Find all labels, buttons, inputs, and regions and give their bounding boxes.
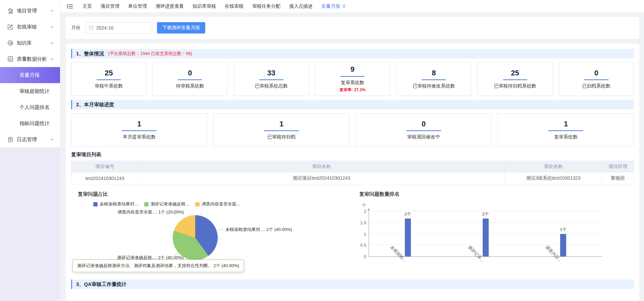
column-header: 项目编号 bbox=[71, 161, 139, 172]
sidebar-item-indicator-issue-stats[interactable]: 指标问题统计 bbox=[0, 115, 60, 131]
sidebar-item-quality-analysis[interactable]: 质量数据分析 bbox=[0, 51, 60, 67]
bar-stack: 2个 bbox=[447, 211, 525, 256]
section-title: 2、本月审核进度 bbox=[76, 102, 114, 108]
sidebar-item-knowledge-base[interactable]: 知识库 bbox=[0, 35, 60, 51]
page-content: 月份 2024-10 下载测评质量月报 1、整体情况 (平台系统总数：1944 … bbox=[60, 13, 644, 301]
cell-project-id: test202410301243 bbox=[71, 172, 139, 184]
stat-card: 25 审核中系统数 bbox=[71, 62, 146, 96]
menu-collapse-icon[interactable] bbox=[67, 4, 73, 9]
tab-knowledge-review[interactable]: 知识库审核 bbox=[193, 3, 216, 9]
section-monthly-progress: 2、本月审核进度 bbox=[71, 100, 634, 109]
pie-chart-panel: 复审问题占比 未根据检查结果对... 测评记录准确反映... bbox=[71, 188, 353, 280]
y-tick-label: 0.5 bbox=[356, 243, 366, 248]
bar-value-label: 2个 bbox=[405, 211, 411, 217]
stat-value: 0 bbox=[188, 69, 192, 77]
column-header: 项目经理 bbox=[602, 161, 634, 172]
tab-label: 质量月报 bbox=[321, 3, 340, 9]
tab-home[interactable]: 主页 bbox=[83, 3, 92, 9]
stat-label: 待审核系统数 bbox=[176, 83, 204, 89]
bar-cell: 1个 调查内容... bbox=[524, 211, 602, 256]
bar[interactable] bbox=[483, 219, 489, 256]
stat-label: 已审核待归档系统数 bbox=[494, 83, 536, 89]
stat-underline bbox=[259, 79, 283, 80]
pie-legend: 未根据检查结果对... 测评记录准确反映... 调查内容是否全面... bbox=[93, 201, 240, 207]
bar[interactable] bbox=[560, 234, 566, 257]
stat-card: 1 本月提审系统数 bbox=[71, 113, 207, 147]
bar-cell: 2个 测评记录... bbox=[447, 211, 525, 256]
stat-underline bbox=[264, 130, 299, 131]
sidebar-item-label: 在线审核 bbox=[17, 24, 50, 30]
building-icon bbox=[7, 8, 13, 14]
stat-card: 0 已归档系统数 bbox=[559, 62, 634, 96]
tab-quality-monthly-report[interactable]: 质量月报X bbox=[321, 3, 345, 9]
table-header-row: 项目编号 项目名称 系统名称 项目经理 bbox=[71, 161, 634, 172]
legend-item[interactable]: 测评记录准确反映... bbox=[144, 201, 189, 207]
tab-access-point[interactable]: 接入点描述 bbox=[289, 3, 313, 9]
stat-value: 9 bbox=[351, 65, 355, 73]
tab-progress-view[interactable]: 测评进度查看 bbox=[156, 3, 184, 9]
stat-card: 1 已审核待归档 bbox=[213, 113, 350, 147]
main-area: 主页 项目管理 单位管理 测评进度查看 知识库审核 在线审核 审核任务分配 接入… bbox=[60, 0, 644, 301]
sidebar-menu: 项目管理 在线审核 知识库 bbox=[0, 0, 60, 147]
section-note: (平台系统总数：1944 已提交系统总数：58) bbox=[108, 51, 192, 57]
sidebar-item-quality-monthly-report[interactable]: 质量月报 bbox=[0, 67, 60, 83]
y-tick-label: 2 bbox=[356, 209, 366, 214]
stat-card: 9 复审系统数 复审率: 27.3% bbox=[315, 62, 390, 96]
stat-value: 25 bbox=[511, 69, 519, 77]
app-root: 项目管理 在线审核 知识库 bbox=[0, 0, 644, 301]
stat-label: 审核退回修改中 bbox=[407, 134, 440, 140]
section-title: 3、QA审核工作量统计 bbox=[76, 281, 127, 288]
legend-label: 未根据检查结果对... bbox=[100, 201, 138, 207]
knowledge-icon bbox=[7, 40, 13, 46]
stat-label: 复审系统数 bbox=[554, 134, 578, 140]
tab-online-review[interactable]: 在线审核 bbox=[225, 3, 244, 9]
pie-label: 未根据检查结果对...: 2个 (40.00%) bbox=[225, 227, 292, 233]
download-report-button[interactable]: 下载测评质量月报 bbox=[157, 22, 205, 34]
tab-project-management[interactable]: 项目管理 bbox=[101, 3, 119, 9]
overall-stats-row: 25 审核中系统数 0 待审核系统数 33 已审核系统总数 bbox=[71, 62, 634, 96]
bar-chart-panel: 复审问题数量排名 个 0 0.5 1 1.5 2 bbox=[353, 188, 634, 280]
chevron-up-icon bbox=[50, 57, 54, 61]
calendar-icon bbox=[89, 25, 94, 30]
bar[interactable] bbox=[405, 219, 411, 256]
bar-chart-icon bbox=[7, 56, 13, 62]
legend-swatch bbox=[195, 202, 200, 206]
stat-label: 本月提审系统数 bbox=[123, 134, 156, 140]
pie-chart-title: 复审问题占比 bbox=[71, 188, 353, 197]
sidebar-item-label: 知识库 bbox=[17, 40, 50, 46]
close-icon[interactable]: X bbox=[342, 4, 345, 9]
charts-row: 复审问题占比 未根据检查结果对... 测评记录准确反映... bbox=[71, 188, 634, 280]
sidebar-item-personal-issue-ranking[interactable]: 个人问题排名 bbox=[0, 99, 60, 115]
stat-value: 25 bbox=[105, 69, 113, 77]
y-axis-arrow-icon bbox=[368, 208, 370, 210]
sidebar-item-review-overdue-stats[interactable]: 审核超期统计 bbox=[0, 83, 60, 99]
sidebar-submenu: 质量月报 审核超期统计 个人问题排名 指标问题统计 bbox=[0, 67, 60, 131]
table-row[interactable]: test202410301243 测试项目test202410301243 测试… bbox=[71, 172, 634, 184]
chevron-down-icon bbox=[50, 25, 54, 29]
stat-card: 0 待审核系统数 bbox=[152, 62, 227, 96]
y-axis-unit: 个 bbox=[362, 202, 366, 208]
stat-value: 0 bbox=[422, 120, 426, 128]
legend-item[interactable]: 未根据检查结果对... bbox=[93, 201, 138, 207]
sidebar-subitem-label: 指标问题统计 bbox=[19, 120, 50, 127]
bar-value-label: 2个 bbox=[482, 211, 489, 217]
sidebar: 项目管理 在线审核 知识库 bbox=[0, 0, 60, 301]
pie-chart[interactable] bbox=[173, 215, 218, 260]
tab-unit-management[interactable]: 单位管理 bbox=[128, 3, 147, 9]
review-rate-badge: 复审率: 27.3% bbox=[339, 87, 365, 93]
stat-underline bbox=[548, 130, 583, 131]
sidebar-item-project-management[interactable]: 项目管理 bbox=[0, 3, 60, 19]
sidebar-background bbox=[0, 147, 60, 301]
bar-chart-title: 复审问题数量排名 bbox=[353, 188, 634, 197]
tab-task-assignment[interactable]: 审核任务分配 bbox=[252, 3, 280, 9]
pie-label: 调查内容是否全面...: 1个 (20.00%) bbox=[117, 209, 184, 215]
legend-item[interactable]: 调查内容是否全面... bbox=[195, 201, 240, 207]
sidebar-item-log-management[interactable]: 日志管理 bbox=[0, 131, 60, 147]
bar-value-label: 1个 bbox=[560, 227, 567, 233]
sidebar-item-online-review[interactable]: 在线审核 bbox=[0, 19, 60, 35]
stat-underline bbox=[406, 130, 441, 131]
legend-swatch bbox=[93, 202, 98, 206]
stat-label: 已归档系统数 bbox=[582, 83, 610, 89]
stat-value: 33 bbox=[267, 69, 275, 77]
month-picker[interactable]: 2024-10 bbox=[85, 22, 152, 34]
